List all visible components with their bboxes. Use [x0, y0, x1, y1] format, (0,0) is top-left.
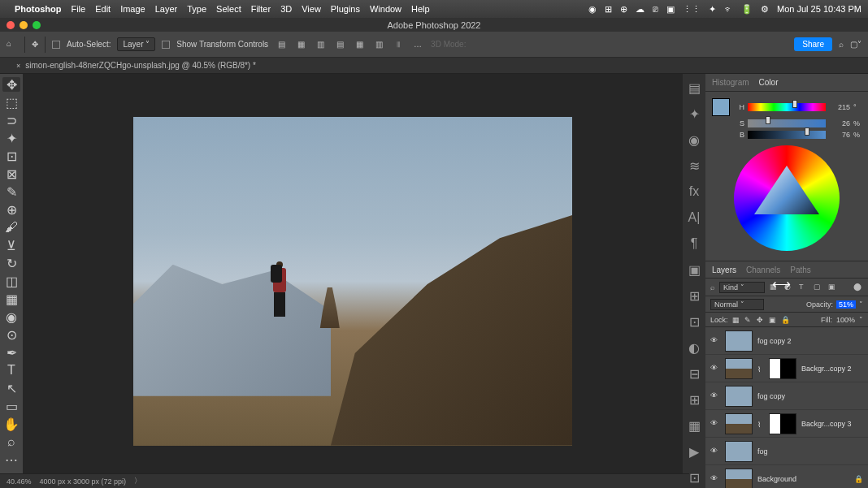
filter-smart-icon[interactable]: ▣ — [828, 283, 838, 292]
channels-tab[interactable]: Channels — [746, 266, 780, 274]
document-dims[interactable]: 4000 px x 3000 px (72 ppi) — [40, 477, 127, 486]
menu-file[interactable]: File — [71, 4, 85, 14]
brush-tool[interactable]: 🖌 — [2, 220, 20, 235]
wand-tool[interactable]: ✦ — [2, 131, 20, 145]
dock-icon[interactable]: ▦ — [687, 418, 701, 433]
dock-icon[interactable]: ◉ — [687, 132, 701, 147]
layer-thumbnail[interactable] — [725, 386, 753, 407]
dock-icon[interactable]: fx — [687, 184, 701, 199]
lock-position-icon[interactable]: ✥ — [757, 316, 765, 324]
bri-slider[interactable] — [748, 131, 826, 139]
layer-thumbnail[interactable] — [725, 330, 753, 352]
history-brush-tool[interactable]: ↻ — [2, 256, 20, 270]
minimize-button[interactable] — [20, 21, 28, 29]
control-center-icon[interactable]: ⚙ — [761, 4, 769, 15]
opacity-dropdown-icon[interactable]: ˅ — [859, 300, 863, 309]
status-icon[interactable]: ⊞ — [605, 4, 612, 15]
menu-layer[interactable]: Layer — [155, 4, 178, 14]
menu-filter[interactable]: Filter — [251, 4, 271, 14]
status-icon[interactable]: ◉ — [588, 4, 597, 15]
dock-icon[interactable]: ⊞ — [687, 288, 701, 303]
menu-window[interactable]: Window — [370, 4, 401, 14]
layer-name[interactable]: Backgr...copy 2 — [801, 365, 852, 373]
filter-type-icon[interactable]: T — [799, 283, 809, 292]
visibility-icon[interactable]: 👁 — [710, 336, 720, 346]
align-right-icon[interactable]: ▥ — [314, 38, 327, 51]
menu-image[interactable]: Image — [120, 4, 145, 14]
dock-icon[interactable]: ⊡ — [687, 314, 701, 329]
align-left-icon[interactable]: ▤ — [275, 38, 288, 51]
battery-icon[interactable]: 🔋 — [741, 4, 753, 15]
status-icon[interactable]: ✦ — [709, 4, 716, 15]
zoom-level[interactable]: 40.46% — [7, 477, 32, 486]
dock-icon[interactable]: ◐ — [687, 340, 701, 355]
frame-tool[interactable]: ⊠ — [2, 166, 20, 181]
workspace-icon[interactable]: ▢˅ — [850, 40, 861, 49]
menu-plugins[interactable]: Plugins — [331, 4, 360, 14]
layer-thumbnail[interactable] — [725, 441, 753, 462]
visibility-icon[interactable]: 👁 — [710, 419, 720, 429]
move-tool[interactable]: ✥ — [2, 77, 20, 92]
layer-row[interactable]: 👁 fog — [705, 438, 868, 465]
transform-checkbox[interactable] — [162, 41, 170, 49]
dock-icon[interactable]: ✦ — [687, 106, 701, 121]
lock-artboard-icon[interactable]: ▣ — [769, 316, 777, 324]
lasso-tool[interactable]: ⊃ — [2, 113, 20, 127]
align-middle-icon[interactable]: ▦ — [353, 38, 366, 51]
lock-pixels-icon[interactable]: ✎ — [744, 316, 753, 324]
filter-adjust-icon[interactable]: ◐ — [784, 283, 794, 292]
opacity-value[interactable]: 51% — [836, 300, 856, 309]
status-arrow-icon[interactable]: 〉 — [134, 476, 141, 486]
visibility-icon[interactable]: 👁 — [710, 447, 720, 456]
menu-type[interactable]: Type — [187, 4, 206, 14]
hue-value[interactable]: 215 — [829, 103, 850, 111]
status-icon[interactable]: ⊕ — [620, 4, 627, 15]
layer-name[interactable]: fog — [757, 447, 768, 456]
distribute-icon[interactable]: ⫴ — [392, 38, 405, 51]
document-image[interactable] — [133, 117, 572, 446]
dock-icon[interactable]: ⊞ — [687, 392, 701, 407]
home-icon[interactable]: ⌂ — [7, 39, 18, 50]
menu-select[interactable]: Select — [216, 4, 241, 14]
share-button[interactable]: Share — [794, 37, 832, 51]
autoselect-dropdown[interactable]: Layer ˅ — [117, 37, 155, 51]
maximize-button[interactable] — [33, 21, 41, 29]
edit-toolbar[interactable]: ⋯ — [2, 452, 20, 467]
dock-icon[interactable]: ▤ — [687, 80, 701, 95]
status-icon[interactable]: ▣ — [666, 4, 675, 15]
dock-icon[interactable]: ▶ — [687, 444, 701, 459]
pen-tool[interactable]: ✒ — [2, 345, 20, 360]
lock-all-icon[interactable]: 🔒 — [781, 316, 789, 324]
layers-tab[interactable]: Layers — [712, 266, 736, 274]
path-tool[interactable]: ↖ — [2, 381, 20, 395]
close-tab-icon[interactable]: × — [16, 62, 20, 70]
layer-row[interactable]: 👁 ⌇ Backgr...copy 2 — [705, 355, 868, 382]
align-bottom-icon[interactable]: ▥ — [372, 38, 385, 51]
dock-icon[interactable]: A| — [687, 210, 701, 225]
document-tab[interactable]: simon-english-48nerZQCHgo-unsplash.jpg @… — [25, 61, 256, 70]
link-icon[interactable]: ⌇ — [757, 365, 764, 372]
fill-dropdown-icon[interactable]: ˅ — [859, 316, 863, 324]
bri-value[interactable]: 76 — [829, 131, 850, 139]
align-top-icon[interactable]: ▤ — [333, 38, 346, 51]
visibility-icon[interactable]: 👁 — [710, 474, 720, 484]
layer-row[interactable]: 👁 fog copy — [705, 382, 868, 410]
eyedropper-tool[interactable]: ✎ — [2, 184, 20, 199]
layer-thumbnail[interactable] — [725, 413, 753, 434]
layer-thumbnail[interactable] — [725, 469, 753, 489]
wifi-icon[interactable]: ⋮⋮ — [683, 4, 701, 15]
fill-value[interactable]: 100% — [836, 316, 855, 324]
search-icon[interactable]: ⌕ — [839, 40, 844, 49]
layer-mask-thumbnail[interactable] — [769, 413, 796, 434]
filter-pixel-icon[interactable]: ▦ — [770, 283, 779, 292]
dock-icon[interactable]: ¶ — [687, 236, 701, 251]
sat-slider[interactable] — [748, 119, 826, 127]
filter-shape-icon[interactable]: ▢ — [814, 283, 823, 292]
sat-value[interactable]: 26 — [829, 119, 850, 127]
move-tool-icon[interactable]: ✥ — [32, 40, 38, 49]
visibility-icon[interactable]: 👁 — [710, 391, 720, 401]
align-center-icon[interactable]: ▦ — [294, 38, 307, 51]
menu-edit[interactable]: Edit — [95, 4, 111, 14]
close-button[interactable] — [7, 21, 15, 29]
layer-name[interactable]: fog copy — [757, 392, 785, 400]
